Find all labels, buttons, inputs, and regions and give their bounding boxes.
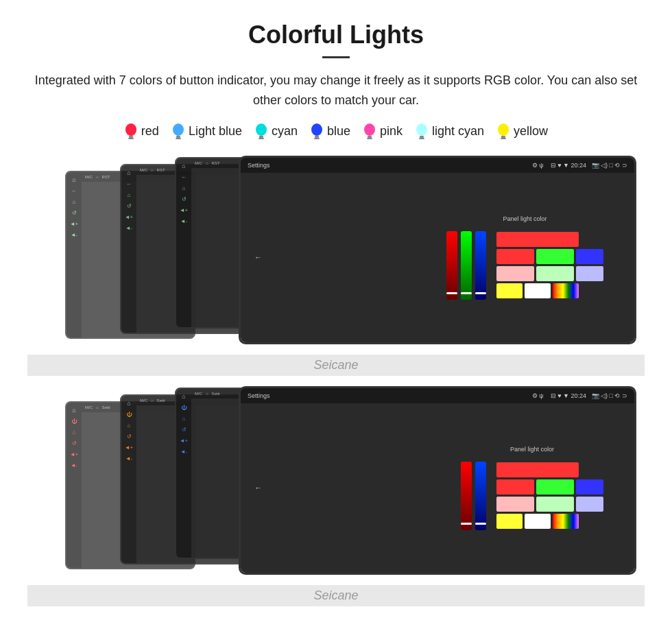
page-container: Colorful Lights Integrated with 7 colors…	[0, 0, 672, 634]
swatch-green[interactable]	[536, 249, 574, 264]
topbar-icons-bottom: ⚙ ψ ⊟ ♥ ▼ 20:24 📷 ◁) □ ⟲ ⊃	[532, 392, 627, 399]
top-screens-wrapper: ⌂ ← ⌂ ↺ ◄+ ◄- M/C ⌂ RST	[27, 156, 645, 606]
color-item-cyan: cyan	[254, 123, 298, 141]
svg-rect-17	[420, 136, 424, 138]
slider-blue-top[interactable]	[475, 231, 486, 300]
panel-section-bottom: Panel light color	[461, 446, 603, 530]
large-sidebar-bottom: ←	[254, 484, 262, 492]
slider-red-bottom[interactable]	[461, 462, 472, 530]
large-topbar-bottom: Settings ⚙ ψ ⊟ ♥ ▼ 20:24 📷 ◁) □ ⟲ ⊃	[241, 388, 634, 403]
bulb-icon-pink	[363, 123, 376, 141]
swatch-lblue[interactable]	[576, 266, 603, 281]
bulb-icon-lightcyan	[415, 123, 429, 141]
bulb-icon-lightblue	[171, 123, 185, 141]
panel-label-top: Panel light color	[503, 215, 547, 222]
settings-title-bottom: Settings	[248, 392, 270, 399]
slider-blue-bottom[interactable]	[475, 462, 486, 530]
svg-rect-8	[259, 136, 263, 138]
swatch-red[interactable]	[496, 249, 534, 264]
panel-section-top: Panel light color	[446, 215, 603, 300]
svg-point-16	[416, 123, 427, 136]
swatch-full-red-bot[interactable]	[496, 462, 579, 477]
color-label-cyan: cyan	[272, 124, 298, 139]
swatch-pink-bot[interactable]	[496, 497, 534, 512]
swatch-lblue-bot[interactable]	[576, 497, 603, 512]
swatch-rainbow-bot[interactable]	[553, 514, 579, 529]
svg-rect-14	[368, 136, 372, 138]
swatch-blue-bot[interactable]	[576, 479, 603, 495]
swatch-rainbow[interactable]	[553, 283, 579, 298]
color-label-blue: blue	[327, 124, 350, 139]
color-item-lightcyan: light cyan	[415, 123, 484, 141]
svg-rect-5	[176, 136, 180, 138]
large-sidebar-top: ←	[254, 253, 262, 261]
watermark-text-top: Seicane	[313, 358, 358, 372]
color-item-red: red	[124, 123, 159, 141]
settings-title-top: Settings	[248, 162, 270, 169]
swatch-yellow[interactable]	[496, 283, 523, 298]
svg-rect-20	[501, 136, 505, 138]
large-device-top: Settings ⚙ ψ ⊟ ♥ ▼ 20:24 📷 ◁) □ ⟲ ⊃ ← Pa…	[239, 156, 636, 344]
ls-back-icon-bottom: ←	[254, 484, 262, 492]
swatch-blue[interactable]	[576, 249, 603, 264]
slider-green-top[interactable]	[461, 231, 472, 300]
color-label-lightcyan: light cyan	[432, 124, 484, 139]
svg-rect-18	[419, 138, 424, 139]
page-title: Colorful Lights	[27, 21, 645, 49]
bottom-row-container: ⌂ ⏻ ⌂ ↺ ◄+ ◄- M/C ⌂ Setti	[27, 386, 645, 588]
svg-rect-11	[315, 136, 319, 138]
svg-rect-21	[501, 138, 506, 139]
palette-top	[496, 232, 603, 298]
swatch-white[interactable]	[525, 283, 551, 298]
color-item-blue: blue	[310, 123, 350, 141]
color-label-pink: pink	[380, 124, 403, 139]
swatch-lgreen[interactable]	[536, 266, 574, 281]
swatch-yellow-bot[interactable]	[496, 514, 523, 529]
palette-bottom	[496, 462, 603, 529]
sliders-top	[446, 231, 486, 300]
color-item-lightblue: Light blue	[171, 123, 242, 141]
svg-point-4	[173, 123, 184, 136]
color-item-pink: pink	[363, 123, 403, 141]
svg-point-19	[498, 123, 509, 136]
swatch-green-bot[interactable]	[536, 479, 574, 495]
top-row-container: ⌂ ← ⌂ ↺ ◄+ ◄- M/C ⌂ RST	[27, 156, 645, 358]
swatch-red-bot[interactable]	[496, 479, 534, 495]
svg-rect-9	[259, 138, 264, 139]
watermark-text-bottom: Seicane	[313, 588, 358, 602]
color-row: red Light blue cyan	[27, 123, 645, 141]
title-divider	[322, 56, 350, 58]
large-body-bottom: ← Panel light color	[241, 403, 634, 573]
ls-back-icon: ←	[254, 253, 262, 261]
color-item-yellow: yellow	[496, 123, 548, 141]
large-body-top: ← Panel light color	[241, 173, 634, 342]
color-label-lightblue: Light blue	[189, 124, 242, 139]
color-label-yellow: yellow	[514, 124, 548, 139]
svg-rect-12	[314, 138, 320, 139]
svg-point-3	[125, 123, 136, 136]
page-description: Integrated with 7 colors of button indic…	[27, 71, 645, 110]
color-label-red: red	[141, 124, 159, 139]
swatch-lgreen-bot[interactable]	[536, 497, 574, 512]
topbar-icons-top: ⚙ ψ ⊟ ♥ ▼ 20:24 📷 ◁) □ ⟲ ⊃	[532, 162, 627, 169]
svg-point-10	[311, 123, 322, 136]
bulb-icon-cyan	[254, 123, 268, 141]
sliders-bottom	[461, 462, 486, 530]
bulb-icon-red	[124, 123, 138, 141]
swatch-white-bot[interactable]	[525, 514, 551, 529]
panel-label-bottom: Panel light color	[510, 446, 554, 453]
bulb-icon-yellow	[496, 123, 510, 141]
slider-red-top[interactable]	[446, 231, 457, 300]
swatch-full-red[interactable]	[496, 232, 579, 247]
large-device-bottom: Settings ⚙ ψ ⊟ ♥ ▼ 20:24 📷 ◁) □ ⟲ ⊃ ← Pa…	[239, 386, 636, 575]
svg-rect-6	[176, 138, 181, 139]
svg-rect-1	[129, 136, 133, 138]
svg-point-13	[364, 123, 375, 136]
svg-rect-2	[128, 138, 134, 139]
large-topbar-top: Settings ⚙ ψ ⊟ ♥ ▼ 20:24 📷 ◁) □ ⟲ ⊃	[241, 158, 634, 173]
svg-rect-15	[367, 138, 372, 139]
svg-point-7	[256, 123, 267, 136]
bulb-icon-blue	[310, 123, 324, 141]
swatch-pink[interactable]	[496, 266, 534, 281]
